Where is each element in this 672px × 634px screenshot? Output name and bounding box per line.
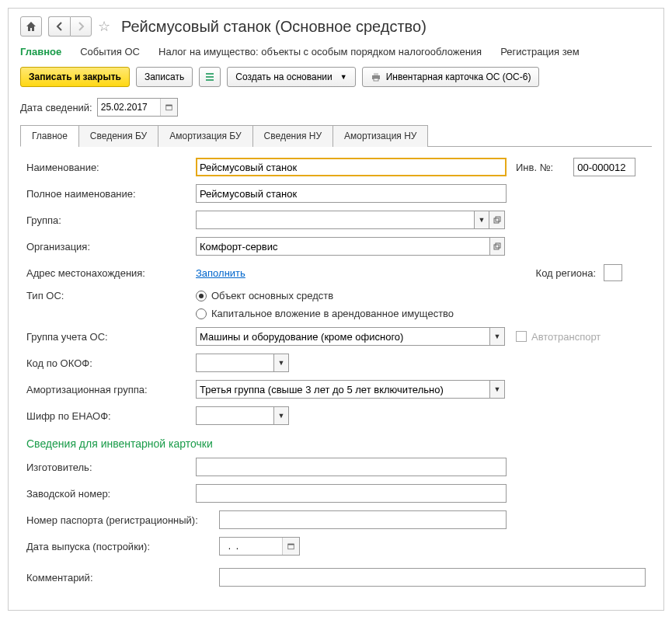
inventory-card-label: Инвентарная карточка ОС (ОС-6) [386, 71, 531, 82]
group-dropdown-button[interactable]: ▼ [474, 211, 489, 229]
svg-rect-11 [496, 243, 500, 248]
svg-rect-2 [206, 79, 214, 81]
enaof-label: Шифр по ЕНАОФ: [26, 410, 196, 422]
release-date-calendar-button[interactable] [282, 538, 299, 555]
nav-registration[interactable]: Регистрация зем [500, 46, 580, 57]
name-input[interactable] [196, 158, 507, 176]
inv-number-input[interactable] [573, 158, 635, 176]
acct-group-label: Группа учета ОС: [26, 331, 196, 343]
svg-rect-1 [206, 76, 214, 78]
factory-num-label: Заводской номер: [26, 488, 196, 500]
nav-events[interactable]: События ОС [80, 46, 140, 57]
region-code-label: Код региона: [536, 267, 596, 279]
org-label: Организация: [26, 241, 196, 253]
printer-icon [371, 72, 381, 82]
maker-label: Изготовитель: [26, 462, 196, 473]
date-info-input[interactable] [98, 99, 160, 116]
svg-rect-4 [374, 73, 378, 75]
enaof-input[interactable] [196, 406, 273, 425]
auto-checkbox[interactable] [516, 331, 527, 342]
amort-group-label: Амортизационная группа: [26, 384, 196, 395]
svg-rect-9 [496, 217, 500, 221]
save-and-close-button[interactable]: Записать и закрыть [20, 67, 130, 87]
inventory-card-button[interactable]: Инвентарная карточка ОС (ОС-6) [362, 67, 540, 87]
radio-icon [196, 308, 207, 319]
fullname-label: Полное наименование: [26, 188, 196, 200]
arrow-right-icon [76, 22, 85, 31]
type-label: Тип ОС: [26, 290, 196, 301]
fullname-input[interactable] [196, 184, 507, 203]
tab-bu-info[interactable]: Сведения БУ [78, 125, 158, 147]
release-date-label: Дата выпуска (постройки): [26, 541, 219, 552]
acct-group-dropdown-button[interactable]: ▼ [489, 327, 505, 346]
name-label: Наименование: [26, 162, 196, 173]
tab-nu-amort[interactable]: Амортизация НУ [333, 125, 428, 147]
maker-input[interactable] [196, 458, 507, 476]
okof-input[interactable] [196, 354, 273, 372]
create-based-on-button[interactable]: Создать на основании ▼ [227, 67, 355, 87]
save-button[interactable]: Записать [136, 67, 193, 87]
nav-tax[interactable]: Налог на имущество: объекты с особым пор… [158, 46, 482, 57]
tab-bu-amort[interactable]: Амортизация БУ [158, 125, 252, 147]
radio-icon [196, 291, 207, 301]
group-input[interactable] [196, 211, 474, 229]
org-input[interactable] [196, 237, 489, 256]
chevron-down-icon: ▼ [340, 73, 347, 81]
date-info-label: Дата сведений: [20, 102, 92, 113]
svg-rect-7 [165, 105, 172, 106]
tab-nu-info[interactable]: Сведения НУ [252, 125, 333, 147]
svg-rect-10 [494, 245, 499, 249]
calendar-icon [165, 103, 172, 112]
home-button[interactable] [20, 16, 42, 37]
type-option-capital-label: Капитальное вложение в арендованное имущ… [211, 308, 454, 319]
nav-main[interactable]: Главное [20, 46, 61, 57]
comment-label: Комментарий: [26, 572, 219, 583]
type-option-asset[interactable]: Объект основных средств [196, 290, 454, 301]
inventory-card-section-title: Сведения для инвентарной карточки [26, 437, 646, 450]
okof-label: Код по ОКОФ: [26, 357, 196, 369]
acct-group-input[interactable] [196, 327, 489, 346]
open-icon [493, 242, 501, 250]
home-icon [26, 21, 37, 32]
comment-input[interactable] [219, 568, 646, 587]
type-option-asset-label: Объект основных средств [211, 290, 333, 301]
passport-input[interactable] [219, 510, 507, 529]
release-date-input[interactable] [220, 538, 282, 555]
create-based-label: Создать на основании [235, 71, 333, 82]
group-open-button[interactable] [489, 211, 505, 229]
org-open-button[interactable] [489, 237, 505, 256]
passport-label: Номер паспорта (регистрационный): [26, 514, 219, 526]
svg-rect-5 [374, 78, 378, 81]
auto-checkbox-label: Автотранспорт [531, 331, 601, 343]
group-label: Группа: [26, 214, 196, 226]
page-title: Рейсмусовый станок (Основное средство) [121, 18, 427, 36]
arrow-left-icon [55, 22, 64, 31]
calendar-icon [287, 542, 294, 551]
amort-group-input[interactable] [196, 380, 489, 399]
okof-dropdown-button[interactable]: ▼ [273, 354, 289, 372]
address-fill-link[interactable]: Заполнить [196, 267, 245, 279]
type-option-capital[interactable]: Капитальное вложение в арендованное имущ… [196, 308, 454, 319]
factory-num-input[interactable] [196, 484, 507, 503]
enaof-dropdown-button[interactable]: ▼ [273, 406, 289, 425]
svg-rect-0 [206, 73, 214, 75]
calendar-button[interactable] [160, 99, 177, 116]
svg-rect-8 [494, 218, 499, 223]
open-icon [493, 216, 501, 224]
address-label: Адрес местонахождения: [26, 267, 196, 279]
forward-button[interactable] [70, 16, 92, 37]
tab-main[interactable]: Главное [20, 125, 79, 147]
back-button[interactable] [48, 16, 70, 37]
region-code-input[interactable] [604, 264, 622, 281]
list-icon [204, 71, 215, 82]
inv-number-label: Инв. №: [516, 162, 553, 173]
svg-rect-13 [288, 544, 294, 545]
amort-group-dropdown-button[interactable]: ▼ [489, 380, 505, 399]
list-button[interactable] [199, 67, 221, 87]
favorite-star-icon[interactable]: ☆ [98, 18, 110, 35]
